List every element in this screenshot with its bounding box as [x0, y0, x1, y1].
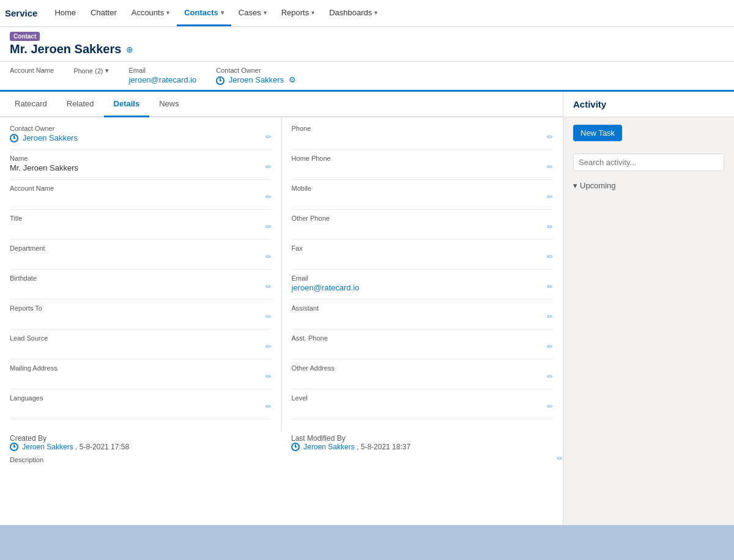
activity-search-input[interactable] — [573, 153, 724, 171]
tab-related[interactable]: Related — [57, 92, 104, 117]
highlight-owner: Contact Owner Jeroen Sakkers ⚙ — [216, 67, 296, 85]
owner-settings-icon[interactable]: ⚙ — [289, 75, 296, 84]
field-phone-label: Phone — [292, 125, 554, 132]
highlight-email-value[interactable]: jeroen@ratecard.io — [128, 75, 196, 84]
field-name-value: Mr. Jeroen Sakkers — [10, 163, 272, 174]
modified-clock-icon — [291, 443, 300, 451]
level-edit-btn[interactable]: ✏ — [547, 402, 553, 411]
other-phone-edit-btn[interactable]: ✏ — [547, 223, 553, 231]
field-title: Title ✏ — [10, 215, 272, 240]
assistant-edit-btn[interactable]: ✏ — [547, 312, 553, 321]
tabs-bar: Ratecard Related Details News — [0, 92, 563, 117]
owner-field-clock-icon — [10, 134, 18, 142]
field-description: Description ✏ — [0, 454, 563, 490]
nav-reports[interactable]: Reports ▾ — [274, 0, 322, 26]
email-link[interactable]: jeroen@ratecard.io — [128, 75, 196, 84]
field-level-value — [292, 403, 554, 414]
field-department-label: Department — [10, 245, 272, 252]
email-field-link[interactable]: jeroen@ratecard.io — [292, 283, 360, 292]
department-edit-btn[interactable]: ✏ — [265, 252, 272, 261]
nav-items: Home Chatter Accounts ▾ Contacts ▾ Cases… — [47, 0, 385, 26]
phone-dropdown[interactable]: Phone (2) ▾ — [73, 67, 109, 75]
contacts-chevron-icon: ▾ — [221, 9, 224, 16]
activity-panel: Activity New Task ▾ Upcoming — [563, 92, 734, 526]
tab-ratecard[interactable]: Ratecard — [5, 92, 57, 117]
field-name: Name Mr. Jeroen Sakkers ✏ — [10, 155, 272, 180]
field-birthdate-label: Birthdate — [10, 274, 272, 282]
upcoming-chevron-icon: ▾ — [573, 181, 577, 190]
mailing-address-edit-btn[interactable]: ✏ — [265, 372, 272, 381]
home-phone-edit-btn[interactable]: ✏ — [547, 163, 553, 171]
email-edit-btn[interactable]: ✏ — [547, 282, 553, 291]
details-columns: Contact Owner Jeroen Sakkers ✏ Name Mr. … — [0, 117, 563, 432]
nav-dashboards[interactable]: Dashboards ▾ — [322, 0, 385, 26]
title-edit-btn[interactable]: ✏ — [265, 223, 272, 231]
last-modified-col: Last Modified By Jeroen Sakkers , 5-8-20… — [281, 432, 563, 454]
nav-home[interactable]: Home — [47, 0, 83, 26]
created-by-col: Created By Jeroen Sakkers , 5-8-2021 17:… — [0, 432, 281, 454]
languages-edit-btn[interactable]: ✏ — [265, 402, 272, 411]
follow-icon[interactable]: ⊕ — [126, 45, 133, 54]
highlight-phone: Phone (2) ▾ — [73, 67, 109, 85]
field-owner-link[interactable]: Jeroen Sakkers — [23, 133, 78, 142]
field-asst-phone: Asst. Phone ✏ — [292, 334, 554, 359]
last-modified-link[interactable]: Jeroen Sakkers — [303, 443, 354, 451]
asst-phone-edit-btn[interactable]: ✏ — [547, 342, 553, 351]
accounts-chevron-icon: ▾ — [166, 9, 169, 16]
mobile-edit-btn[interactable]: ✏ — [547, 193, 553, 201]
field-lead-source: Lead Source ✏ — [10, 334, 272, 359]
created-by-link[interactable]: Jeroen Sakkers — [22, 443, 73, 451]
reports-chevron-icon: ▾ — [311, 9, 314, 16]
name-edit-btn[interactable]: ✏ — [265, 163, 272, 171]
app-name[interactable]: Service — [5, 8, 37, 18]
field-home-phone-label: Home Phone — [292, 155, 554, 162]
phone-edit-btn[interactable]: ✏ — [547, 133, 553, 141]
field-languages: Languages ✏ — [10, 394, 272, 419]
contact-owner-clock-icon — [216, 76, 224, 85]
contact-owner-edit-btn[interactable]: ✏ — [265, 133, 272, 141]
details-left-column: Contact Owner Jeroen Sakkers ✏ Name Mr. … — [0, 117, 281, 432]
record-header: Contact Mr. Jeroen Sakkers ⊕ — [0, 27, 734, 62]
field-department-value — [10, 253, 272, 264]
record-type-badge: Contact — [10, 32, 40, 41]
account-name-edit-btn[interactable]: ✏ — [265, 193, 272, 201]
nav-chatter[interactable]: Chatter — [83, 0, 124, 26]
upcoming-section[interactable]: ▾ Upcoming — [563, 176, 734, 195]
field-title-value — [10, 223, 272, 234]
field-account-name: Account Name ✏ — [10, 185, 272, 210]
field-other-address: Other Address ✏ — [292, 364, 554, 389]
field-level: Level ✏ — [292, 394, 554, 419]
field-languages-label: Languages — [10, 394, 272, 402]
field-other-phone: Other Phone ✏ — [292, 215, 554, 240]
birthdate-edit-btn[interactable]: ✏ — [265, 282, 272, 291]
highlight-email-label: Email — [128, 67, 196, 74]
tab-news[interactable]: News — [149, 92, 189, 117]
created-by-date: , 5-8-2021 17:58 — [75, 443, 129, 451]
field-asst-phone-label: Asst. Phone — [292, 334, 554, 342]
tab-details[interactable]: Details — [104, 92, 150, 117]
nav-cases[interactable]: Cases ▾ — [231, 0, 274, 26]
field-name-label: Name — [10, 155, 272, 162]
reports-to-edit-btn[interactable]: ✏ — [265, 312, 272, 321]
last-modified-date: , 5-8-2021 18:37 — [357, 443, 410, 451]
field-home-phone: Home Phone ✏ — [292, 155, 554, 180]
field-title-label: Title — [10, 215, 272, 222]
upcoming-label: Upcoming — [580, 181, 616, 190]
field-level-label: Level — [292, 394, 554, 402]
field-mobile: Mobile ✏ — [292, 185, 554, 210]
other-address-edit-btn[interactable]: ✏ — [547, 372, 553, 381]
owner-link[interactable]: Jeroen Sakkers — [229, 75, 284, 84]
nav-accounts[interactable]: Accounts ▾ — [124, 0, 177, 26]
nav-contacts[interactable]: Contacts ▾ — [177, 0, 231, 26]
fax-edit-btn[interactable]: ✏ — [547, 252, 553, 261]
field-assistant-value — [292, 313, 554, 324]
field-department: Department ✏ — [10, 245, 272, 270]
field-asst-phone-value — [292, 343, 554, 354]
field-account-name-label: Account Name — [10, 185, 272, 192]
description-edit-btn[interactable]: ✏ — [557, 454, 563, 463]
field-email: Email jeroen@ratecard.io ✏ — [292, 274, 554, 300]
field-birthdate-value — [10, 283, 272, 294]
lead-source-edit-btn[interactable]: ✏ — [265, 342, 272, 351]
new-task-button[interactable]: New Task — [573, 125, 622, 141]
highlight-email: Email jeroen@ratecard.io — [128, 67, 196, 85]
